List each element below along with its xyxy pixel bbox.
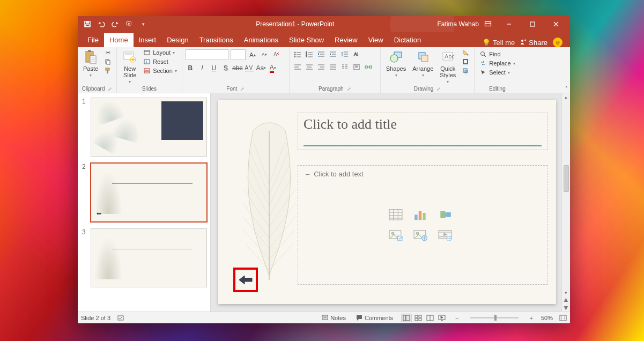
section-button[interactable]: Section ▾ [142,66,179,75]
align-center-icon[interactable] [305,62,314,72]
feedback-smiley-icon[interactable]: ☺ [553,38,562,47]
minimize-button[interactable] [497,16,521,32]
slide-sorter-view-icon[interactable] [413,314,424,322]
collapse-ribbon-icon[interactable]: ˄ [565,86,568,92]
start-from-beginning-icon[interactable] [125,20,134,28]
arrange-button[interactable]: Arrange ▾ [410,48,435,79]
insert-pictures-icon[interactable] [389,229,403,241]
copy-button[interactable] [102,57,113,66]
slide-canvas[interactable]: Click to add title –Click to add text [218,100,556,304]
decrease-indent-icon[interactable] [316,49,326,59]
slide-counter[interactable]: Slide 2 of 3 [81,315,110,321]
layout-button[interactable]: Layout ▾ [142,48,179,57]
dialog-launcher-icon[interactable]: ⤢ [108,86,112,92]
format-painter-button[interactable] [102,66,113,75]
bullets-icon[interactable] [293,49,302,59]
spellcheck-icon[interactable] [117,314,124,322]
font-name-combobox[interactable] [186,49,228,60]
content-placeholder[interactable]: –Click to add text [298,165,547,285]
new-slide-button[interactable]: New Slide ▾ [120,48,139,85]
insert-smartart-icon[interactable] [438,209,452,220]
zoom-slider[interactable] [470,317,519,318]
zoom-out-button[interactable]: − [454,315,460,321]
tab-view[interactable]: View [363,33,389,47]
tab-animations[interactable]: Animations [239,33,284,47]
insert-online-pictures-icon[interactable] [413,229,427,241]
underline-icon[interactable]: U [209,63,219,73]
cut-button[interactable]: ✂ [102,48,113,57]
paste-button[interactable]: Paste ▾ [81,48,100,79]
insert-video-icon[interactable] [438,229,452,241]
italic-icon[interactable]: I [197,63,207,73]
select-button[interactable]: Select ▾ [478,68,516,77]
previous-slide-icon[interactable]: ⯅ [562,296,570,304]
tab-slideshow[interactable]: Slide Show [284,33,329,47]
shape-effects-button[interactable] [460,66,471,75]
tab-transitions[interactable]: Transitions [194,33,239,47]
normal-view-icon[interactable] [401,314,412,322]
qat-dropdown-icon[interactable]: ▾ [139,20,147,28]
vertical-scrollbar[interactable]: ▴ ▾ ⯅ ⯆ [561,93,570,312]
character-spacing-icon[interactable]: AV [245,63,254,73]
columns-icon[interactable] [340,62,350,72]
justify-icon[interactable] [328,62,338,72]
clear-formatting-icon[interactable]: A [271,50,281,60]
user-name[interactable]: Fatima Wahab [437,20,479,28]
slide-thumbnail[interactable]: 1 [78,93,210,159]
insert-chart-icon[interactable] [413,209,427,220]
dialog-launcher-icon[interactable]: ⤢ [436,86,441,92]
increase-indent-icon[interactable] [328,49,338,59]
bold-icon[interactable]: B [186,63,195,73]
next-slide-icon[interactable]: ⯆ [562,304,570,312]
text-direction-icon[interactable]: A [352,49,361,59]
font-size-combobox[interactable] [231,49,246,60]
reading-view-icon[interactable] [425,314,435,322]
replace-button[interactable]: Replace ▾ [478,59,516,68]
zoom-level[interactable]: 50% [541,315,553,321]
zoom-in-button[interactable]: + [528,315,535,321]
slide-thumbnail[interactable]: 3 [78,224,210,290]
dialog-launcher-icon[interactable]: ⤢ [347,86,351,92]
shapes-button[interactable]: Shapes ▾ [384,48,408,79]
increase-font-icon[interactable]: A▴ [248,50,257,60]
shape-fill-button[interactable] [460,48,471,57]
undo-icon[interactable] [97,20,106,28]
notes-button[interactable]: Notes [320,314,347,322]
scroll-down-icon[interactable]: ▾ [562,289,570,296]
slide-thumbnail[interactable]: 2 ⬅ [78,159,210,224]
quick-styles-button[interactable]: Abc Quick Styles ▾ [438,48,458,85]
find-button[interactable]: Find [478,50,516,58]
smartart-icon[interactable] [364,62,373,72]
tab-insert[interactable]: Insert [134,33,162,47]
title-placeholder[interactable]: Click to add title [298,113,547,150]
slide-thumbnails-pane[interactable]: 1 2 ⬅ 3 [78,93,211,312]
shadow-icon[interactable]: S [221,63,231,73]
align-left-icon[interactable] [293,62,302,72]
align-text-icon[interactable] [352,62,361,72]
redo-icon[interactable] [111,20,120,28]
dialog-launcher-icon[interactable]: ⤢ [240,86,245,92]
numbering-icon[interactable]: 123 [305,49,314,59]
tab-file[interactable]: File [82,33,104,47]
shape-outline-button[interactable] [460,57,471,66]
fit-to-window-icon[interactable] [559,314,567,322]
ribbon-display-options-icon[interactable] [484,20,492,28]
close-button[interactable] [544,16,568,32]
scroll-thumb[interactable] [564,165,569,192]
share-button[interactable]: Share [520,39,547,47]
tab-dictation[interactable]: Dictation [389,33,427,47]
line-spacing-icon[interactable] [340,49,350,59]
decrease-font-icon[interactable]: A▾ [260,50,269,60]
save-icon[interactable] [83,20,92,28]
slideshow-view-icon[interactable] [436,314,447,322]
tell-me-search[interactable]: 💡 Tell me [482,39,515,47]
change-case-icon[interactable]: Aa▾ [256,63,266,73]
comments-button[interactable]: Comments [354,314,395,322]
strikethrough-icon[interactable]: abc [233,63,242,73]
tab-review[interactable]: Review [329,33,363,47]
insert-table-icon[interactable] [389,209,403,220]
tab-home[interactable]: Home [104,33,134,47]
maximize-button[interactable] [521,16,544,32]
tab-design[interactable]: Design [161,33,194,47]
scroll-up-icon[interactable]: ▴ [562,93,570,101]
